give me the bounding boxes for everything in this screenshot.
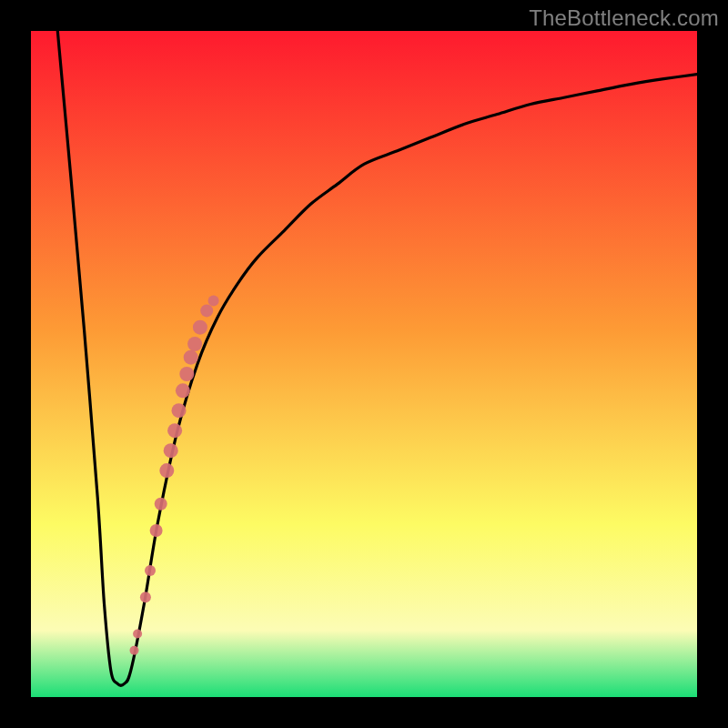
plot-area — [31, 31, 697, 697]
sample-dot — [130, 646, 139, 655]
sample-dot — [145, 565, 156, 576]
sample-dot — [172, 403, 187, 418]
sample-dot — [184, 350, 198, 365]
sample-dot — [179, 367, 194, 381]
sample-dot — [187, 337, 202, 351]
sample-dot — [176, 383, 190, 398]
sample-dot — [164, 443, 178, 458]
sample-dot — [150, 524, 163, 537]
watermark-text: TheBottleneck.com — [529, 5, 719, 31]
chart-svg — [31, 31, 697, 697]
sample-dot — [159, 463, 174, 478]
sample-dot — [167, 423, 182, 438]
gradient-background — [31, 31, 697, 697]
sample-dot — [133, 630, 142, 639]
sample-dot — [193, 320, 207, 335]
sample-dot — [200, 304, 213, 317]
sample-dot — [208, 296, 219, 307]
chart-frame: TheBottleneck.com — [0, 0, 728, 728]
sample-dot — [140, 592, 151, 602]
sample-dot — [155, 498, 167, 511]
